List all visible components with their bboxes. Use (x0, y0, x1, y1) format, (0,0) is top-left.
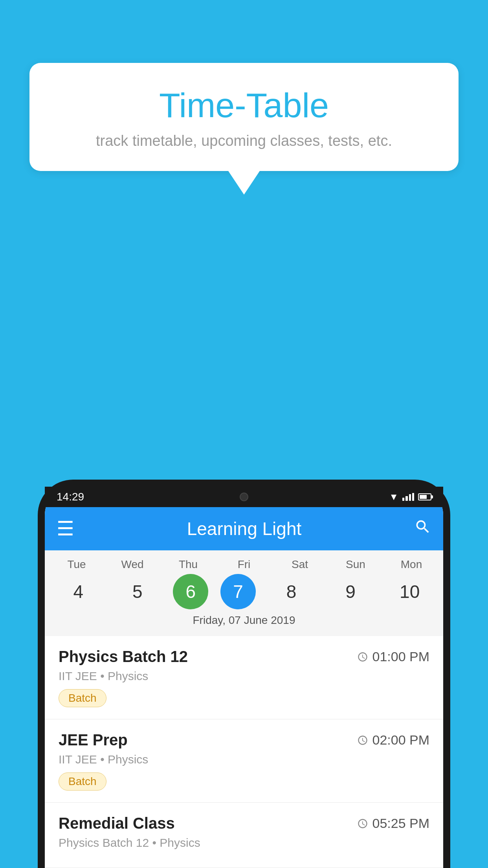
selected-date-label: Friday, 07 June 2019 (45, 614, 443, 632)
signal-icon (402, 493, 414, 501)
schedule-item-1-time: 01:00 PM (357, 649, 429, 664)
day-header-sun: Sun (332, 558, 379, 571)
day-header-tue: Tue (53, 558, 100, 571)
menu-icon[interactable]: ☰ (57, 517, 74, 540)
speech-bubble-section: Time-Table track timetable, upcoming cla… (29, 63, 459, 195)
schedule-item-1-header: Physics Batch 12 01:00 PM (59, 648, 429, 666)
schedule-item-3-header: Remedial Class 05:25 PM (59, 815, 429, 832)
battery-icon (418, 493, 431, 500)
day-5[interactable]: 5 (114, 574, 161, 609)
day-10[interactable]: 10 (386, 574, 433, 609)
schedule-item-2-subtitle: IIT JEE • Physics (59, 753, 429, 766)
schedule-item-1-title: Physics Batch 12 (59, 648, 188, 666)
day-numbers: 4 5 6 7 8 9 10 (45, 574, 443, 609)
schedule-item-2: JEE Prep 02:00 PM IIT JEE • Physics Batc… (45, 719, 443, 803)
speech-bubble-card: Time-Table track timetable, upcoming cla… (29, 63, 459, 171)
day-6-today[interactable]: 6 (173, 574, 208, 609)
schedule-list: Physics Batch 12 01:00 PM IIT JEE • Phys… (45, 636, 443, 868)
day-4[interactable]: 4 (55, 574, 102, 609)
calendar-week: Tue Wed Thu Fri Sat Sun Mon 4 5 6 7 8 9 … (45, 550, 443, 636)
phone-camera (240, 493, 248, 501)
schedule-item-1-badge: Batch (59, 689, 106, 707)
battery-fill (420, 495, 427, 499)
schedule-item-2-time: 02:00 PM (357, 732, 429, 748)
phone-notch (201, 487, 287, 507)
status-time: 14:29 (57, 491, 84, 503)
wifi-icon: ▼ (389, 491, 398, 502)
schedule-item-3-title: Remedial Class (59, 815, 175, 832)
day-header-wed: Wed (109, 558, 156, 571)
day-headers: Tue Wed Thu Fri Sat Sun Mon (45, 558, 443, 571)
day-header-thu: Thu (165, 558, 212, 571)
day-9[interactable]: 9 (327, 574, 374, 609)
speech-bubble-subtitle: track timetable, upcoming classes, tests… (53, 132, 435, 149)
schedule-item-2-badge: Batch (59, 772, 106, 791)
search-icon[interactable] (414, 518, 431, 540)
phone-outer: 14:29 ▼ ☰ Learning (38, 480, 450, 868)
day-header-fri: Fri (220, 558, 268, 571)
schedule-item-2-header: JEE Prep 02:00 PM (59, 731, 429, 749)
schedule-item-1-subtitle: IIT JEE • Physics (59, 669, 429, 683)
phone-mockup: 14:29 ▼ ☰ Learning (38, 480, 450, 868)
phone-screen: ☰ Learning Light Tue Wed Thu Fri Sat Sun (45, 487, 443, 868)
day-header-sat: Sat (276, 558, 323, 571)
speech-bubble-arrow (228, 171, 260, 195)
app-title: Learning Light (187, 518, 302, 539)
day-header-mon: Mon (388, 558, 435, 571)
schedule-item-3-time: 05:25 PM (357, 816, 429, 831)
day-8[interactable]: 8 (268, 574, 315, 609)
schedule-item-2-title: JEE Prep (59, 731, 128, 749)
schedule-item-3-subtitle: Physics Batch 12 • Physics (59, 836, 429, 850)
speech-bubble-title: Time-Table (53, 86, 435, 125)
status-icons: ▼ (389, 491, 431, 502)
app-bar: ☰ Learning Light (45, 507, 443, 550)
schedule-item-1: Physics Batch 12 01:00 PM IIT JEE • Phys… (45, 636, 443, 719)
schedule-item-3: Remedial Class 05:25 PM Physics Batch 12… (45, 803, 443, 868)
day-7-selected[interactable]: 7 (220, 574, 256, 609)
phone-status-bar: 14:29 ▼ (45, 487, 443, 507)
